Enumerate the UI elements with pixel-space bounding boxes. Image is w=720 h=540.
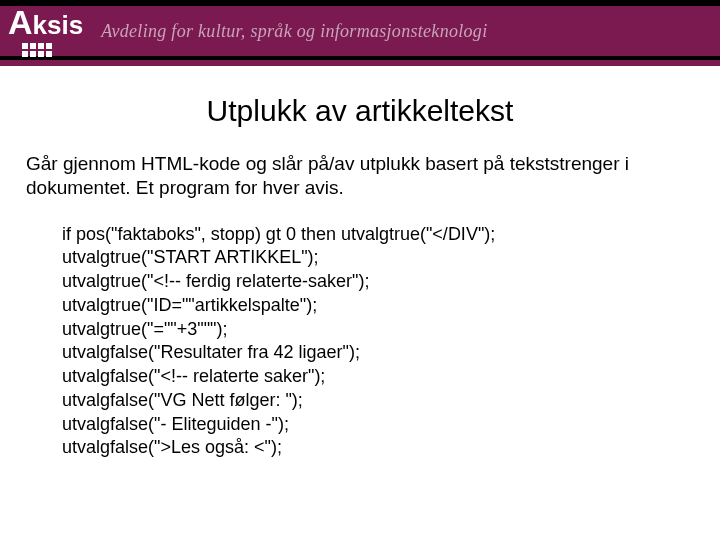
code-line: utvalgfalse(">Les også: <"); bbox=[62, 436, 694, 460]
code-line: utvalgfalse("- Eliteguiden -"); bbox=[62, 413, 694, 437]
slide-content: Utplukk av artikkeltekst Går gjennom HTM… bbox=[0, 66, 720, 460]
logo-text: Aksis bbox=[8, 5, 83, 41]
code-line: utvalgtrue("ID=""artikkelspalte"); bbox=[62, 294, 694, 318]
header-inner: Aksis Avdeling for kultur, språk og info… bbox=[0, 6, 720, 56]
logo-letter-a: A bbox=[8, 5, 33, 39]
code-line: utvalgtrue("<!-- ferdig relaterte-saker"… bbox=[62, 270, 694, 294]
intro-paragraph: Går gjennom HTML-kode og slår på/av utpl… bbox=[26, 152, 694, 201]
slide-header: Aksis Avdeling for kultur, språk og info… bbox=[0, 0, 720, 66]
code-line: utvalgfalse("VG Nett følger: "); bbox=[62, 389, 694, 413]
code-line: utvalgfalse("<!-- relaterte saker"); bbox=[62, 365, 694, 389]
code-line: if pos("faktaboks", stopp) gt 0 then utv… bbox=[62, 223, 694, 247]
logo-squares-icon bbox=[22, 43, 52, 57]
slide-title: Utplukk av artikkeltekst bbox=[26, 94, 694, 128]
code-line: utvalgtrue("START ARTIKKEL"); bbox=[62, 246, 694, 270]
logo: Aksis bbox=[8, 5, 83, 57]
logo-text-rest: ksis bbox=[33, 10, 84, 41]
code-line: utvalgtrue("=""+3"""); bbox=[62, 318, 694, 342]
header-subtitle: Avdeling for kultur, språk og informasjo… bbox=[101, 21, 487, 42]
code-block: if pos("faktaboks", stopp) gt 0 then utv… bbox=[26, 223, 694, 461]
code-line: utvalgfalse("Resultater fra 42 ligaer"); bbox=[62, 341, 694, 365]
